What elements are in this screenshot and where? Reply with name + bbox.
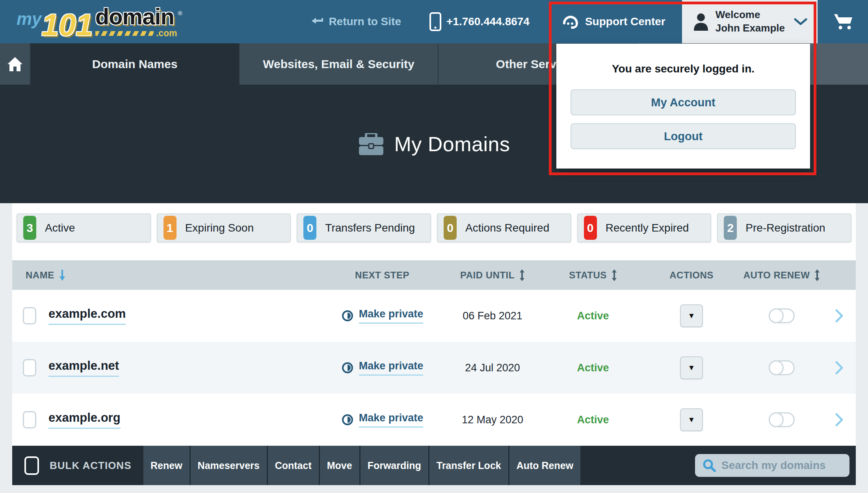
sort-updown-icon xyxy=(814,269,820,282)
count-badge: 0 xyxy=(584,216,597,240)
make-private-link[interactable]: Make private xyxy=(323,412,441,428)
nav-tab-domain-names[interactable]: Domain Names xyxy=(31,43,240,85)
make-private-link[interactable]: Make private xyxy=(323,360,441,376)
logo-my: my xyxy=(17,10,42,28)
status-value: Active xyxy=(544,362,642,374)
column-header-auto-renew[interactable]: AUTO RENEW xyxy=(741,269,823,282)
bulk-transfer-lock-button[interactable]: Transfer Lock xyxy=(428,446,508,485)
home-icon xyxy=(7,56,23,72)
logout-button[interactable]: Logout xyxy=(571,123,796,149)
summary-card-active[interactable]: 3 Active xyxy=(17,213,151,242)
welcome-username: John Example xyxy=(716,22,785,34)
summary-label: Active xyxy=(45,222,75,234)
support-center-label: Support Center xyxy=(585,15,665,28)
bulk-contact-button[interactable]: Contact xyxy=(267,446,319,485)
bulk-renew-button[interactable]: Renew xyxy=(142,446,190,485)
summary-card-actions-required[interactable]: 0 Actions Required xyxy=(437,213,571,242)
domain-link[interactable]: example.org xyxy=(48,411,121,429)
actions-dropdown-button[interactable]: ▼ xyxy=(680,304,703,327)
row-checkbox[interactable] xyxy=(23,411,36,428)
column-header-status[interactable]: STATUS xyxy=(544,269,642,282)
row-expand-chevron[interactable] xyxy=(823,309,856,322)
logo-stripes xyxy=(95,31,154,36)
row-checkbox[interactable] xyxy=(23,359,36,376)
search-input[interactable] xyxy=(721,459,842,472)
return-arrow-icon xyxy=(311,16,323,27)
column-header-name[interactable]: NAME xyxy=(12,269,323,281)
domain-link[interactable]: example.com xyxy=(48,307,126,325)
row-checkbox[interactable] xyxy=(23,307,36,324)
return-to-site-label: Return to Site xyxy=(329,15,401,28)
summary-card-expiring-soon[interactable]: 1 Expiring Soon xyxy=(157,213,291,242)
count-badge: 0 xyxy=(303,216,316,240)
domains-card: 3 Active 1 Expiring Soon 0 Transfers Pen… xyxy=(12,203,856,485)
table-row: example.org Make private 12 May 2020 Act… xyxy=(12,394,856,446)
summary-row: 3 Active 1 Expiring Soon 0 Transfers Pen… xyxy=(12,203,856,242)
auto-renew-toggle[interactable] xyxy=(769,412,795,427)
actions-dropdown-button[interactable]: ▼ xyxy=(680,408,703,431)
welcome-label: Welcome xyxy=(716,9,760,20)
phone-icon xyxy=(429,12,441,31)
eye-icon xyxy=(341,361,354,374)
logo-101: 101 xyxy=(42,12,93,38)
sort-updown-icon xyxy=(612,269,617,282)
summary-label: Actions Required xyxy=(465,222,549,234)
summary-card-transfers-pending[interactable]: 0 Transfers Pending xyxy=(297,213,431,242)
top-header: my 101 domain .com ® Return to Site xyxy=(0,0,868,43)
bulk-auto-renew-button[interactable]: Auto Renew xyxy=(508,446,580,485)
support-center-link[interactable]: Support Center xyxy=(561,13,665,30)
bulk-actions-label: BULK ACTIONS xyxy=(50,460,131,472)
site-logo[interactable]: my 101 domain .com ® xyxy=(17,6,182,38)
make-private-label: Make private xyxy=(359,412,424,428)
user-icon xyxy=(692,13,710,31)
make-private-label: Make private xyxy=(359,360,424,376)
sort-updown-icon xyxy=(519,269,525,282)
domain-search xyxy=(695,454,849,477)
count-badge: 0 xyxy=(444,216,457,240)
bulk-nameservers-button[interactable]: Nameservers xyxy=(190,446,267,485)
count-badge: 1 xyxy=(164,216,177,240)
bulk-actions-bar: BULK ACTIONS Renew Nameservers Contact M… xyxy=(12,446,856,485)
count-badge: 2 xyxy=(724,216,737,240)
logo-domain-wrap: domain .com xyxy=(95,6,177,38)
nav-home-tab[interactable] xyxy=(0,43,31,85)
domain-link[interactable]: example.net xyxy=(48,359,119,377)
account-dropdown-panel: You are securely logged in. My Account L… xyxy=(556,44,810,169)
table-header: NAME NEXT STEP PAID UNTIL STATUS xyxy=(12,260,856,290)
bulk-select-checkbox[interactable] xyxy=(24,456,39,475)
status-value: Active xyxy=(544,414,642,426)
search-icon xyxy=(702,458,716,473)
row-expand-chevron[interactable] xyxy=(823,413,856,426)
return-to-site-link[interactable]: Return to Site xyxy=(311,15,401,28)
phone-link[interactable]: +1.760.444.8674 xyxy=(429,12,530,31)
bulk-move-button[interactable]: Move xyxy=(319,446,359,485)
actions-dropdown-button[interactable]: ▼ xyxy=(680,356,703,379)
row-expand-chevron[interactable] xyxy=(823,361,856,374)
my-account-button[interactable]: My Account xyxy=(571,89,796,115)
logo-com: .com xyxy=(156,29,177,38)
make-private-link[interactable]: Make private xyxy=(323,308,441,324)
page-title: My Domains xyxy=(394,132,510,156)
sort-down-icon xyxy=(59,269,65,281)
summary-label: Transfers Pending xyxy=(325,222,415,234)
summary-card-recently-expired[interactable]: 0 Recently Expired xyxy=(577,213,712,242)
logged-in-message: You are securely logged in. xyxy=(612,63,755,75)
auto-renew-toggle[interactable] xyxy=(769,308,795,323)
bulk-forwarding-button[interactable]: Forwarding xyxy=(359,446,428,485)
auto-renew-toggle[interactable] xyxy=(769,360,795,375)
header-right: Return to Site +1.760.444.8674 xyxy=(311,0,868,43)
summary-card-pre-registration[interactable]: 2 Pre-Registration xyxy=(717,213,851,242)
count-badge: 3 xyxy=(23,216,36,240)
eye-icon xyxy=(341,310,354,322)
nav-tab-websites-email-security[interactable]: Websites, Email & Security xyxy=(240,43,439,85)
column-header-paid-until[interactable]: PAID UNTIL xyxy=(441,269,544,282)
briefcase-icon xyxy=(358,133,384,155)
cart-button[interactable] xyxy=(833,13,854,31)
chevron-down-icon xyxy=(794,18,807,26)
account-menu-trigger[interactable]: Welcome John Example xyxy=(682,0,818,43)
column-header-actions: ACTIONS xyxy=(642,270,741,281)
bulk-actions-left: BULK ACTIONS xyxy=(12,446,142,485)
phone-number: +1.760.444.8674 xyxy=(446,15,530,28)
paid-until-value: 12 May 2020 xyxy=(441,414,544,426)
registered-mark: ® xyxy=(178,10,182,17)
